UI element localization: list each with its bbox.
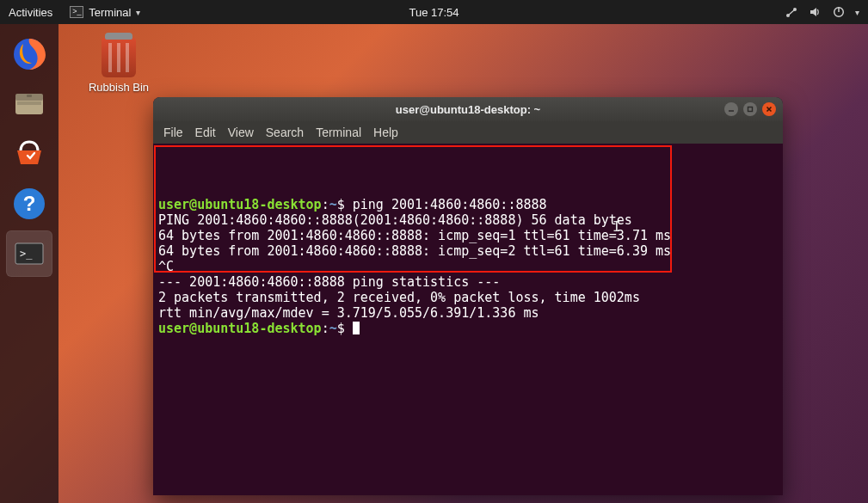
terminal-command [345,321,353,336]
dock-terminal[interactable]: >_ [6,230,52,277]
desktop-icon-label: Rubbish Bin [89,81,149,94]
terminal-icon: >_ [10,235,48,273]
window-controls [724,102,776,116]
terminal-body[interactable]: I user@ubuntu18-desktop:~$ ping 2001:486… [153,144,783,495]
prompt-path: ~ [329,197,337,212]
prompt-user: user@ubuntu18-desktop [158,197,322,212]
prompt-sep: : [322,321,329,336]
prompt-user: user@ubuntu18-desktop [158,321,322,336]
dock-firefox[interactable] [6,31,52,77]
terminal-output: rtt min/avg/max/mdev = 3.719/5.055/6.391… [158,305,539,321]
prompt-symbol: $ [337,197,345,212]
active-app-label: Terminal [89,6,131,19]
menu-view[interactable]: View [228,126,254,139]
terminal-line: user@ubuntu18-desktop:~$ [158,321,360,336]
window-titlebar[interactable]: user@ubuntu18-desktop: ~ [153,97,783,121]
menu-terminal[interactable]: Terminal [316,126,361,139]
terminal-line: user@ubuntu18-desktop:~$ ping 2001:4860:… [158,197,547,212]
prompt-path: ~ [329,321,337,336]
prompt-symbol: $ [337,321,345,336]
menu-help[interactable]: Help [373,126,398,139]
active-app-menu[interactable]: Terminal ▾ [70,6,140,19]
firefox-icon [10,35,48,73]
terminal-output: 64 bytes from 2001:4860:4860::8888: icmp… [158,243,671,259]
terminal-command: ping 2001:4860:4860::8888 [345,197,547,212]
svg-rect-8 [27,95,32,97]
svg-text:>_: >_ [20,248,33,260]
terminal-output: 64 bytes from 2001:4860:4860::8888: icmp… [158,228,671,243]
prompt-sep: : [322,197,329,212]
help-icon: ? [10,185,48,223]
terminal-output: --- 2001:4860:4860::8888 ping statistics… [158,274,500,290]
network-icon[interactable] [785,6,798,18]
terminal-app-icon [70,6,83,18]
dock: ? >_ [0,24,58,503]
window-maximize-button[interactable] [743,102,757,116]
activities-button[interactable]: Activities [9,6,52,19]
files-icon [10,85,48,123]
window-close-button[interactable] [762,102,776,116]
window-title: user@ubuntu18-desktop: ~ [396,103,540,116]
dock-software[interactable] [6,131,52,177]
chevron-down-icon: ▾ [136,8,140,17]
svg-rect-14 [748,107,753,112]
clock[interactable]: Tue 17:54 [409,6,459,19]
menu-search[interactable]: Search [266,126,304,139]
terminal-output: PING 2001:4860:4860::8888(2001:4860:4860… [158,212,632,228]
volume-icon[interactable] [809,6,822,18]
top-bar: Activities Terminal ▾ Tue 17:54 ▾ [0,0,868,24]
cursor-block-icon [353,322,360,334]
svg-text:?: ? [23,192,36,215]
dock-help[interactable]: ? [6,181,52,227]
svg-rect-7 [17,101,41,105]
system-menu-chevron-icon[interactable]: ▾ [855,8,859,17]
window-minimize-button[interactable] [724,102,738,116]
terminal-window: user@ubuntu18-desktop: ~ File Edit View … [153,97,783,495]
desktop-icon-rubbish-bin[interactable]: Rubbish Bin [79,38,158,94]
dock-files[interactable] [6,81,52,127]
trash-icon [102,38,136,77]
power-icon[interactable] [833,6,845,18]
terminal-output: ^C [158,259,174,274]
menu-edit[interactable]: Edit [195,126,216,139]
software-center-icon [10,135,48,173]
terminal-output: 2 packets transmitted, 2 received, 0% pa… [158,290,640,305]
terminal-menubar: File Edit View Search Terminal Help [153,121,783,144]
menu-file[interactable]: File [163,126,183,139]
